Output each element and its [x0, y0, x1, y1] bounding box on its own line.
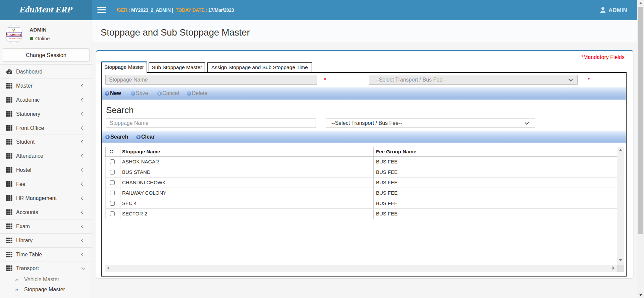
svg-text:Ɛ: Ɛ — [6, 32, 8, 37]
svg-text:DUMENT: DUMENT — [9, 33, 22, 37]
svg-text:WE GUIDE YOU GROW: WE GUIDE YOU GROW — [9, 38, 22, 39]
